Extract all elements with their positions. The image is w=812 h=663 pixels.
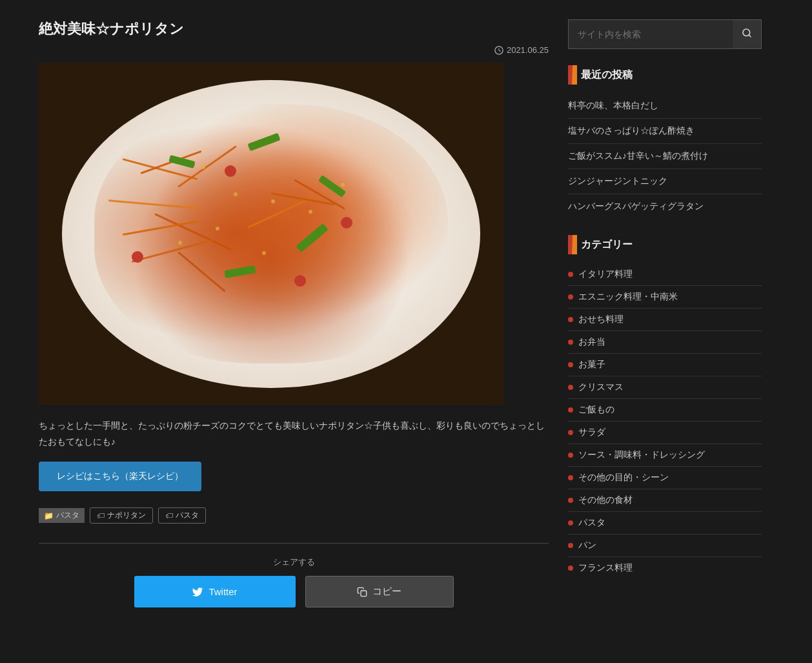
recent-posts-list: 料亭の味、本格白だし 塩サバのさっぱり☆ぽん酢焼き ご飯がススム♪甘辛い～鯖の煮… [568, 94, 762, 219]
category-dot [568, 317, 573, 322]
sidebar: 最近の投稿 料亭の味、本格白だし 塩サバのさっぱり☆ぽん酢焼き ご飯がススム♪甘… [568, 19, 762, 607]
category-dot [568, 385, 573, 390]
list-item: エスニック料理・中南米 [568, 286, 762, 309]
list-item: サラダ [568, 422, 762, 444]
list-item: クリスマス [568, 376, 762, 399]
tags-container: 📁 パスタ 🏷 ナポリタン 🏷 パスタ [39, 507, 549, 524]
tag-icon: 🏷 [97, 511, 105, 520]
recipe-button[interactable]: レシピはこちら（楽天レシピ） [39, 462, 201, 491]
recent-posts-heading: 最近の投稿 [568, 65, 762, 85]
list-item: その他の目的・シーン [568, 467, 762, 489]
recent-post-link-1[interactable]: 塩サバのさっぱり☆ぽん酢焼き [568, 125, 762, 137]
list-item: ソース・調味料・ドレッシング [568, 444, 762, 467]
svg-line-3 [749, 35, 751, 37]
category-link-7[interactable]: サラダ [578, 427, 605, 438]
main-content: 絶対美味☆ナポリタン 2021.06.25 [39, 19, 549, 607]
recent-posts-section: 最近の投稿 料亭の味、本格白だし 塩サバのさっぱり☆ぽん酢焼き ご飯がススム♪甘… [568, 65, 762, 219]
list-item: ご飯もの [568, 399, 762, 422]
category-link-5[interactable]: クリスマス [578, 382, 624, 393]
post-date: 2021.06.25 [39, 45, 549, 55]
category-link-9[interactable]: その他の目的・シーン [578, 472, 669, 484]
category-dot [568, 475, 573, 480]
category-dot [568, 498, 573, 503]
search-input[interactable] [569, 21, 733, 47]
twitter-share-button[interactable]: Twitter [134, 576, 296, 607]
heading-icon [568, 65, 576, 85]
list-item: 塩サバのさっぱり☆ぽん酢焼き [568, 119, 762, 144]
list-item: ご飯がススム♪甘辛い～鯖の煮付け [568, 144, 762, 169]
svg-rect-1 [361, 591, 367, 597]
category-dot [568, 272, 573, 277]
share-buttons: Twitter コピー [39, 576, 549, 607]
list-item: おせち料理 [568, 309, 762, 331]
categories-section: カテゴリー イタリア料理 エスニック料理・中南米 おせち料理 お弁当 [568, 235, 762, 579]
category-list: イタリア料理 エスニック料理・中南米 おせち料理 お弁当 お菓子 [568, 263, 762, 579]
recent-post-link-3[interactable]: ジンジャージントニック [568, 176, 762, 187]
category-link-3[interactable]: お弁当 [578, 336, 605, 348]
post-title: 絶対美味☆ナポリタン [39, 19, 549, 39]
tag-pasta[interactable]: 🏷 パスタ [158, 507, 206, 524]
copy-icon [357, 587, 367, 597]
category-link-6[interactable]: ご飯もの [578, 404, 614, 416]
share-section: シェアする Twitter コピー [39, 543, 549, 607]
tag-napolitan[interactable]: 🏷 ナポリタン [90, 507, 153, 524]
tag-folder[interactable]: 📁 パスタ [39, 508, 85, 523]
categories-heading: カテゴリー [568, 235, 762, 254]
category-link-12[interactable]: パン [578, 540, 596, 551]
list-item: パスタ [568, 512, 762, 535]
copy-button[interactable]: コピー [305, 576, 454, 607]
recent-post-link-4[interactable]: ハンバーグスパゲッティグラタン [568, 201, 762, 212]
category-dot [568, 566, 573, 571]
clock-icon [494, 46, 503, 55]
folder-icon: 📁 [44, 511, 54, 520]
category-dot [568, 453, 573, 458]
category-link-10[interactable]: その他の食材 [578, 495, 633, 506]
category-link-13[interactable]: フランス料理 [578, 562, 633, 574]
search-button[interactable] [733, 20, 761, 48]
list-item: お弁当 [568, 331, 762, 354]
category-dot [568, 407, 573, 413]
post-image [39, 63, 503, 405]
category-link-8[interactable]: ソース・調味料・ドレッシング [578, 449, 705, 461]
list-item: パン [568, 535, 762, 557]
list-item: 料亭の味、本格白だし [568, 94, 762, 119]
list-item: ジンジャージントニック [568, 169, 762, 194]
list-item: その他の食材 [568, 489, 762, 512]
category-dot [568, 543, 573, 548]
recent-post-link-0[interactable]: 料亭の味、本格白だし [568, 100, 762, 112]
tag-icon: 🏷 [165, 511, 173, 520]
heading-icon [568, 235, 576, 254]
share-label: シェアする [39, 556, 549, 568]
list-item: ハンバーグスパゲッティグラタン [568, 194, 762, 219]
category-link-2[interactable]: おせち料理 [578, 314, 624, 325]
category-dot [568, 362, 573, 367]
list-item: お菓子 [568, 354, 762, 376]
category-link-0[interactable]: イタリア料理 [578, 269, 633, 280]
category-dot [568, 430, 573, 435]
list-item: イタリア料理 [568, 263, 762, 286]
categories-title: カテゴリー [581, 238, 633, 252]
search-icon [742, 28, 752, 38]
category-dot [568, 340, 573, 345]
list-item: フランス料理 [568, 557, 762, 579]
category-dot [568, 294, 573, 300]
category-dot [568, 520, 573, 525]
category-link-4[interactable]: お菓子 [578, 359, 605, 371]
category-link-11[interactable]: パスタ [578, 517, 605, 529]
post-description: ちょっとした一手間と、たっぷりの粉チーズのコクでとても美味しいナポリタン☆子供も… [39, 418, 549, 450]
category-link-1[interactable]: エスニック料理・中南米 [578, 291, 678, 303]
search-box [568, 19, 762, 49]
twitter-icon [192, 586, 203, 598]
recent-post-link-2[interactable]: ご飯がススム♪甘辛い～鯖の煮付け [568, 150, 762, 162]
recent-posts-title: 最近の投稿 [581, 68, 633, 82]
